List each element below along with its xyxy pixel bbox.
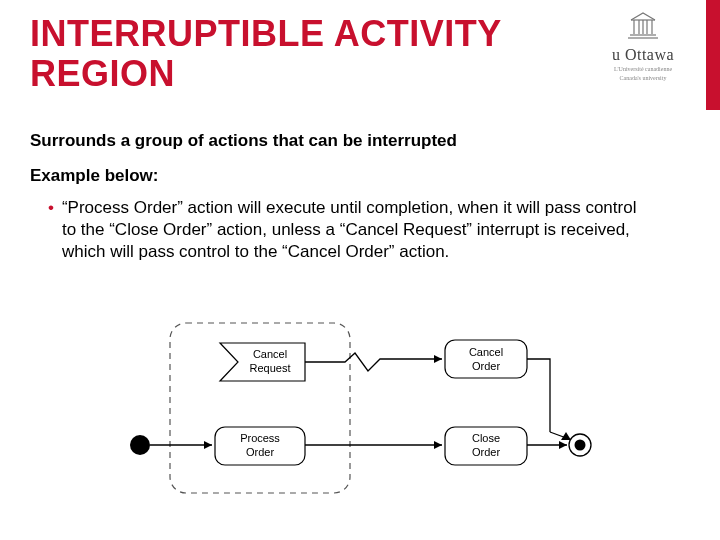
- cancel-request-label-2: Request: [250, 362, 291, 374]
- process-order-label-1: Process: [240, 432, 280, 444]
- close-order-label-1: Close: [472, 432, 500, 444]
- accent-bar: [706, 0, 720, 110]
- logo-tagline-1: L'Université canadienne: [588, 66, 698, 73]
- close-order-label-2: Order: [472, 446, 500, 458]
- page-title: INTERRUPTIBLE ACTIVITY REGION: [30, 14, 570, 95]
- arrow-icon: [559, 441, 567, 449]
- example-label: Example below:: [30, 165, 690, 186]
- arrow-icon: [434, 441, 442, 449]
- logo: u Ottawa L'Université canadienne Canada'…: [588, 10, 698, 81]
- cancel-order-label-1: Cancel: [469, 346, 503, 358]
- slide: u Ottawa L'Université canadienne Canada'…: [0, 0, 720, 540]
- intro-line: Surrounds a group of actions that can be…: [30, 130, 690, 151]
- arrow-icon: [434, 355, 442, 363]
- body-text: Surrounds a group of actions that can be…: [30, 130, 690, 263]
- cancel-order-label-2: Order: [472, 360, 500, 372]
- initial-node-icon: [130, 435, 150, 455]
- bullet-dot: •: [48, 197, 54, 263]
- cancel-request-label-1: Cancel: [253, 348, 287, 360]
- arrow-icon: [204, 441, 212, 449]
- bullet-item: • “Process Order” action will execute un…: [30, 197, 690, 263]
- interrupt-edge: [305, 353, 442, 371]
- bullet-text: “Process Order” action will execute unti…: [62, 197, 650, 263]
- process-order-label-2: Order: [246, 446, 274, 458]
- logo-tagline-2: Canada's university: [588, 75, 698, 82]
- building-icon: [625, 10, 661, 40]
- svg-point-10: [575, 440, 586, 451]
- activity-diagram: Process Order Cancel Request Cancel Orde…: [120, 315, 600, 515]
- logo-wordmark: u Ottawa: [588, 46, 698, 64]
